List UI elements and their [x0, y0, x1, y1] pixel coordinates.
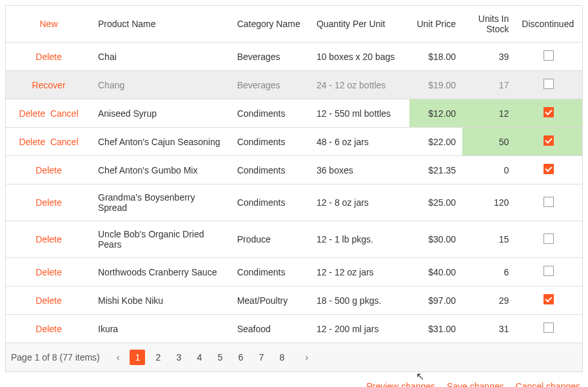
col-qty-per-unit[interactable]: Quantity Per Unit — [310, 6, 409, 43]
cell-stock[interactable]: 15 — [462, 221, 515, 258]
cell-price[interactable]: $31.00 — [409, 315, 462, 343]
discontinued-checkbox[interactable] — [544, 164, 554, 174]
cell-price[interactable]: $19.00 — [409, 71, 462, 99]
table-row: DeleteIkuraSeafood12 - 200 ml jars$31.00… — [6, 315, 583, 343]
cell-product-name[interactable]: Uncle Bob's Organic Dried Pears — [92, 221, 231, 258]
cell-category[interactable]: Condiments — [231, 128, 310, 156]
cell-category[interactable]: Beverages — [231, 71, 310, 99]
cancel-button[interactable]: Cancel — [50, 137, 79, 147]
cell-qty[interactable]: 12 - 200 ml jars — [310, 315, 409, 343]
page-button-8[interactable]: 8 — [274, 350, 289, 365]
cell-category[interactable]: Condiments — [231, 156, 310, 184]
cell-stock[interactable]: 6 — [462, 258, 515, 286]
cell-stock[interactable]: 39 — [462, 43, 515, 71]
delete-button[interactable]: Delete — [35, 165, 61, 175]
cell-qty[interactable]: 12 - 8 oz jars — [310, 184, 409, 221]
cell-product-name[interactable]: Northwoods Cranberry Sauce — [92, 258, 231, 286]
cell-category[interactable]: Seafood — [231, 315, 310, 343]
cell-product-name[interactable]: Ikura — [92, 315, 231, 343]
cell-qty[interactable]: 10 boxes x 20 bags — [310, 43, 409, 71]
cell-price[interactable]: $25.00 — [409, 184, 462, 221]
page-button-3[interactable]: 3 — [171, 350, 186, 365]
cell-category[interactable]: Meat/Poultry — [231, 286, 310, 315]
table-row: DeleteNorthwoods Cranberry SauceCondimen… — [6, 258, 583, 286]
cell-product-name[interactable]: Grandma's Boysenberry Spread — [92, 184, 231, 221]
delete-button[interactable]: Delete — [19, 108, 44, 119]
header-row: New Product Name Category Name Quantity … — [6, 6, 583, 43]
discontinued-checkbox[interactable] — [544, 266, 554, 276]
cell-stock[interactable]: 12 — [462, 99, 515, 128]
cell-category[interactable]: Produce — [231, 221, 310, 258]
cell-category[interactable]: Condiments — [231, 258, 310, 286]
cell-category[interactable]: Condiments — [231, 99, 310, 128]
cell-price[interactable]: $12.00 — [409, 99, 462, 128]
cell-qty[interactable]: 12 - 550 ml bottles — [310, 99, 409, 128]
discontinued-checkbox[interactable] — [544, 50, 554, 61]
cell-stock[interactable]: 50 — [462, 128, 515, 156]
cell-product-name[interactable]: Aniseed Syrup — [92, 99, 231, 128]
cell-stock[interactable]: 31 — [462, 315, 515, 343]
table-row: DeleteChaiBeverages10 boxes x 20 bags$18… — [6, 43, 583, 71]
new-button[interactable]: New — [39, 19, 57, 29]
cell-stock[interactable]: 0 — [462, 156, 515, 184]
delete-button[interactable]: Delete — [35, 295, 61, 306]
cell-qty[interactable]: 12 - 1 lb pkgs. — [310, 221, 409, 258]
products-table: New Product Name Category Name Quantity … — [5, 5, 583, 343]
cell-qty[interactable]: 18 - 500 g pkgs. — [310, 286, 409, 315]
cell-stock[interactable]: 120 — [462, 184, 515, 221]
col-product-name[interactable]: Product Name — [92, 6, 231, 43]
pager-prev-icon[interactable]: ‹ — [113, 350, 124, 365]
cell-stock[interactable]: 29 — [462, 286, 515, 315]
cell-price[interactable]: $97.00 — [409, 286, 462, 315]
discontinued-checkbox[interactable] — [544, 294, 554, 304]
discontinued-checkbox[interactable] — [544, 107, 554, 117]
cell-qty[interactable]: 36 boxes — [310, 156, 409, 184]
delete-button[interactable]: Delete — [35, 52, 61, 62]
cell-product-name[interactable]: Chef Anton's Cajun Seasoning — [92, 128, 231, 156]
save-changes-button[interactable]: Save changes — [447, 381, 504, 387]
page-button-7[interactable]: 7 — [253, 350, 269, 365]
col-unit-price[interactable]: Unit Price — [409, 6, 462, 43]
page-button-4[interactable]: 4 — [191, 350, 207, 365]
table-row: DeleteCancelAniseed SyrupCondiments12 - … — [6, 99, 583, 128]
cell-product-name[interactable]: Mishi Kobe Niku — [92, 286, 231, 315]
discontinued-checkbox[interactable] — [544, 135, 554, 146]
cell-category[interactable]: Condiments — [231, 184, 310, 221]
cancel-changes-button[interactable]: Cancel changes — [516, 381, 580, 387]
cell-price[interactable]: $21.35 — [409, 156, 462, 184]
preview-changes-button[interactable]: Preview changes — [366, 381, 435, 387]
cell-price[interactable]: $30.00 — [409, 221, 462, 258]
delete-button[interactable]: Delete — [35, 324, 61, 334]
delete-button[interactable]: Delete — [35, 197, 61, 208]
recover-button[interactable]: Recover — [32, 80, 65, 90]
delete-button[interactable]: Delete — [35, 234, 61, 244]
col-units-in-stock[interactable]: Units In Stock — [462, 6, 515, 43]
cell-product-name[interactable]: Chef Anton's Gumbo Mix — [92, 156, 231, 184]
cell-product-name[interactable]: Chai — [92, 43, 231, 71]
page-button-2[interactable]: 2 — [150, 350, 166, 365]
cell-category[interactable]: Beverages — [231, 43, 310, 71]
footer-actions: Preview changes Save changes Cancel chan… — [5, 372, 583, 387]
cell-stock[interactable]: 17 — [462, 71, 515, 99]
delete-button[interactable]: Delete — [35, 267, 61, 277]
discontinued-checkbox[interactable] — [544, 233, 554, 244]
col-discontinued[interactable]: Discontinued — [515, 6, 582, 43]
cancel-button[interactable]: Cancel — [50, 108, 79, 119]
discontinued-checkbox[interactable] — [544, 197, 554, 207]
page-button-5[interactable]: 5 — [212, 350, 228, 365]
page-button-6[interactable]: 6 — [233, 350, 248, 365]
cell-qty[interactable]: 48 - 6 oz jars — [310, 128, 409, 156]
cell-product-name[interactable]: Chang — [92, 71, 231, 99]
delete-button[interactable]: Delete — [19, 137, 44, 147]
cell-price[interactable]: $18.00 — [409, 43, 462, 71]
cell-price[interactable]: $22.00 — [409, 128, 462, 156]
cell-price[interactable]: $40.00 — [409, 258, 462, 286]
col-category-name[interactable]: Category Name — [231, 6, 310, 43]
pager-next-icon[interactable]: › — [301, 350, 312, 365]
cell-qty[interactable]: 12 - 12 oz jars — [310, 258, 409, 286]
discontinued-checkbox[interactable] — [544, 322, 554, 333]
cell-qty[interactable]: 24 - 12 oz bottles — [310, 71, 409, 99]
table-row: DeleteChef Anton's Gumbo MixCondiments36… — [6, 156, 583, 184]
discontinued-checkbox[interactable] — [544, 79, 554, 89]
page-button-1[interactable]: 1 — [130, 350, 145, 365]
